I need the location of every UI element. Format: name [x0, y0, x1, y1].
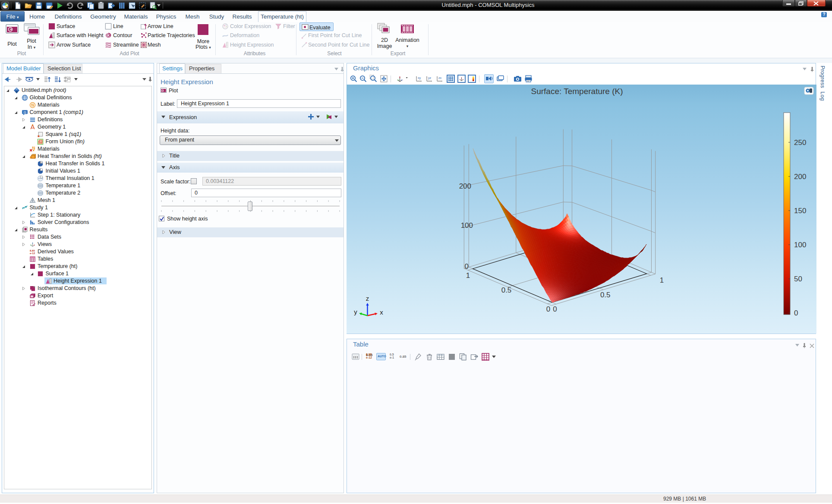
- svg-text:x: x: [380, 309, 383, 316]
- svg-text:Ω: Ω: [24, 110, 26, 114]
- svg-text:100: 100: [794, 241, 806, 249]
- svg-text:yz: yz: [428, 76, 432, 80]
- svg-text:1: 1: [660, 276, 664, 284]
- svg-text:D: D: [41, 161, 42, 164]
- svg-text:150: 150: [794, 207, 806, 215]
- svg-text:y: y: [354, 308, 357, 315]
- svg-text:50: 50: [794, 275, 802, 283]
- svg-text:0.5: 0.5: [600, 291, 611, 299]
- svg-text:0: 0: [794, 309, 798, 317]
- svg-text:Surface: Temperature (K): Surface: Temperature (K): [531, 87, 623, 96]
- svg-text:zx: zx: [438, 76, 442, 79]
- svg-text:0: 0: [546, 305, 550, 313]
- svg-text:100: 100: [461, 221, 473, 230]
- svg-text:1: 1: [466, 271, 470, 280]
- svg-text:0: 0: [553, 305, 557, 313]
- svg-text:e-12: e-12: [30, 252, 35, 255]
- svg-text:200: 200: [794, 173, 806, 181]
- svg-text:xy: xy: [418, 76, 421, 80]
- svg-text:0.5: 0.5: [501, 286, 512, 294]
- svg-text:250: 250: [794, 139, 806, 147]
- svg-text:0: 0: [465, 262, 469, 271]
- svg-text:200: 200: [459, 182, 471, 190]
- svg-text:z: z: [366, 295, 369, 302]
